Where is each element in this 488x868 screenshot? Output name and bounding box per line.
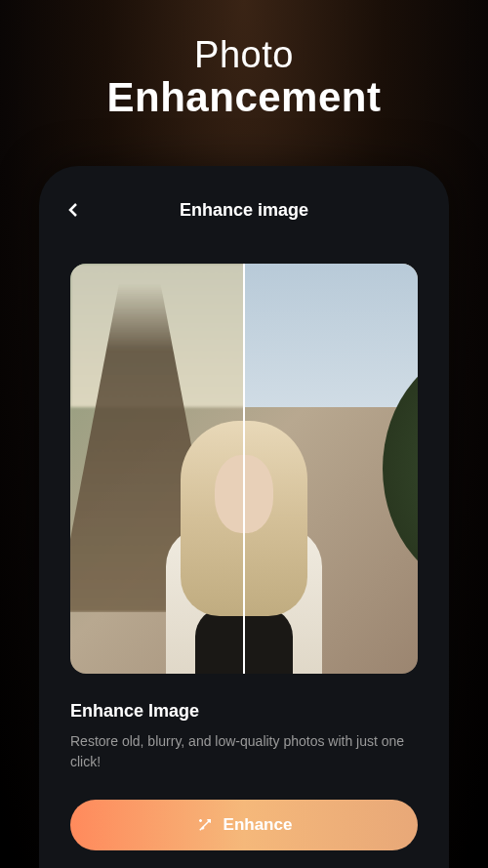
feature-title: Enhance Image xyxy=(70,701,418,722)
image-comparison-preview[interactable] xyxy=(70,264,418,674)
comparison-slider[interactable] xyxy=(243,264,245,674)
phone-frame: Enhance image Enhance Image Restore old,… xyxy=(39,166,449,868)
enhance-button[interactable]: Enhance xyxy=(70,800,418,850)
screen-title: Enhance image xyxy=(180,200,308,221)
info-section: Enhance Image Restore old, blurry, and l… xyxy=(39,674,449,772)
enhance-button-label: Enhance xyxy=(224,815,293,835)
feature-description: Restore old, blurry, and low-quality pho… xyxy=(70,731,418,772)
promo-title-line2: Enhancement xyxy=(20,74,468,121)
app-header: Enhance image xyxy=(39,166,449,244)
promo-title-line1: Photo xyxy=(20,34,468,76)
magic-wand-icon xyxy=(196,816,214,834)
chevron-left-icon xyxy=(68,202,78,218)
promo-header: Photo Enhancement xyxy=(0,0,488,150)
back-button[interactable] xyxy=(59,195,88,225)
